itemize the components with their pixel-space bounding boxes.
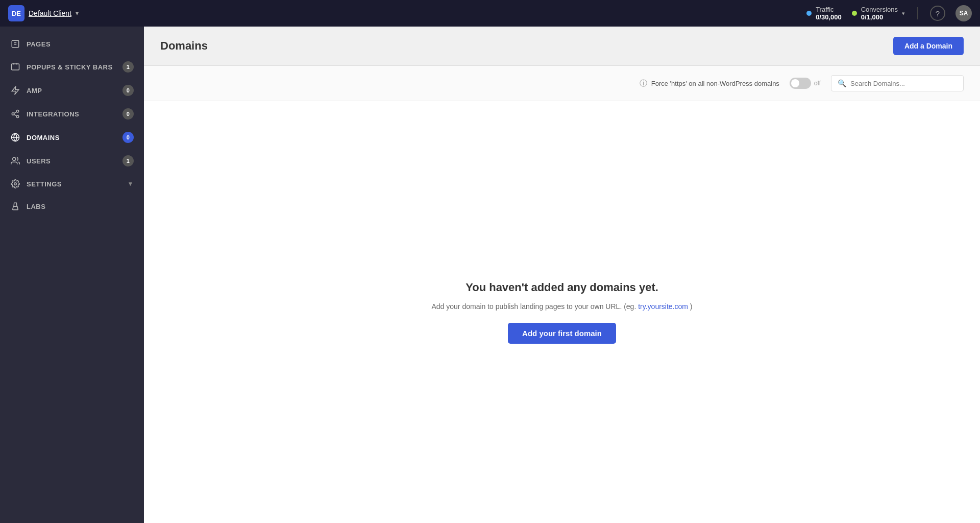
add-first-domain-button[interactable]: Add your first domain: [508, 323, 616, 344]
client-name-link[interactable]: Default Client: [29, 9, 71, 17]
toggle-container: off: [790, 78, 821, 89]
users-icon: [10, 156, 20, 166]
svg-line-10: [14, 114, 16, 116]
amp-badge: 0: [122, 85, 134, 96]
info-icon: ⓘ: [640, 79, 647, 88]
svg-point-8: [12, 113, 14, 115]
layout: Pages Popups & Sticky Bars 1 AMP 0: [0, 27, 980, 523]
search-box: 🔍: [831, 75, 964, 91]
svg-rect-3: [12, 64, 19, 70]
sidebar-item-pages[interactable]: Pages: [0, 33, 144, 55]
client-avatar: DE: [8, 5, 24, 21]
conversions-metric: Conversions 0/1,000 ▾: [852, 6, 905, 21]
topnav-left: DE Default Client ▾: [8, 5, 798, 21]
client-dropdown-icon[interactable]: ▾: [76, 10, 79, 17]
traffic-value: 0/30,000: [816, 13, 842, 21]
sidebar: Pages Popups & Sticky Bars 1 AMP 0: [0, 27, 144, 523]
traffic-dot: [806, 11, 812, 16]
page-title: Domains: [160, 39, 208, 53]
toggle-label: off: [814, 80, 821, 87]
force-https-label: Force 'https' on all non-WordPress domai…: [651, 80, 779, 87]
settings-label: Settings: [27, 180, 62, 188]
integrations-icon: [10, 109, 20, 119]
empty-subtitle-post: ): [690, 302, 693, 311]
page-header: Domains Add a Domain: [144, 27, 980, 66]
conversions-dot: [852, 11, 857, 16]
settings-chevron-icon: ▼: [128, 180, 134, 187]
sidebar-item-labs[interactable]: Labs: [0, 195, 144, 218]
pages-icon: [10, 39, 20, 49]
svg-marker-6: [12, 87, 19, 94]
amp-icon: [10, 85, 20, 96]
sidebar-item-popups[interactable]: Popups & Sticky Bars 1: [0, 55, 144, 79]
sidebar-item-domains[interactable]: Domains 0: [0, 126, 144, 149]
svg-line-11: [14, 112, 16, 113]
conversions-chevron-icon[interactable]: ▾: [902, 10, 905, 17]
svg-point-7: [16, 110, 19, 113]
help-icon[interactable]: ?: [930, 6, 945, 21]
amp-label: AMP: [27, 87, 42, 94]
domains-label: Domains: [27, 134, 60, 141]
toolbar: ⓘ Force 'https' on all non-WordPress dom…: [144, 66, 980, 101]
labs-icon: [10, 201, 20, 211]
popups-badge: 1: [122, 61, 134, 73]
integrations-label: Integrations: [27, 110, 79, 118]
popups-icon: [10, 62, 20, 72]
topnav: DE Default Client ▾ Traffic 0/30,000 Con…: [0, 0, 980, 27]
domains-icon: [10, 132, 20, 142]
settings-icon: [10, 179, 20, 189]
force-https-section: ⓘ Force 'https' on all non-WordPress dom…: [640, 79, 779, 88]
popups-label: Popups & Sticky Bars: [27, 63, 113, 71]
svg-point-9: [16, 115, 19, 118]
add-domain-button[interactable]: Add a Domain: [893, 37, 964, 55]
users-badge: 1: [122, 155, 134, 167]
topnav-divider: [917, 7, 918, 19]
users-label: Users: [27, 157, 51, 165]
labs-label: Labs: [27, 203, 45, 210]
sidebar-item-amp[interactable]: AMP 0: [0, 79, 144, 102]
empty-state: You haven't added any domains yet. Add y…: [144, 101, 980, 523]
traffic-label: Traffic: [816, 6, 842, 13]
sidebar-item-integrations[interactable]: Integrations 0: [0, 102, 144, 126]
main-content: Domains Add a Domain ⓘ Force 'https' on …: [144, 27, 980, 523]
traffic-metric: Traffic 0/30,000: [806, 6, 842, 21]
sidebar-item-settings[interactable]: Settings ▼: [0, 173, 144, 195]
pages-label: Pages: [27, 40, 51, 48]
empty-subtitle-pre: Add your domain to publish landing pages…: [431, 302, 636, 311]
integrations-badge: 0: [122, 108, 134, 120]
content-area: ⓘ Force 'https' on all non-WordPress dom…: [144, 66, 980, 523]
https-toggle[interactable]: [790, 78, 811, 89]
svg-point-14: [13, 157, 16, 160]
search-icon: 🔍: [838, 79, 846, 87]
empty-state-subtitle: Add your domain to publish landing pages…: [431, 302, 692, 311]
sidebar-item-users[interactable]: Users 1: [0, 149, 144, 173]
conversions-label: Conversions: [861, 6, 898, 13]
empty-subtitle-link[interactable]: try.yoursite.com: [638, 302, 688, 311]
empty-state-title: You haven't added any domains yet.: [465, 281, 658, 294]
topnav-right: Traffic 0/30,000 Conversions 0/1,000 ▾ ?…: [806, 5, 972, 21]
conversions-value: 0/1,000: [861, 13, 898, 21]
domains-badge: 0: [122, 132, 134, 143]
user-avatar[interactable]: SA: [955, 5, 972, 21]
svg-point-15: [14, 183, 17, 185]
search-input[interactable]: [850, 80, 957, 87]
